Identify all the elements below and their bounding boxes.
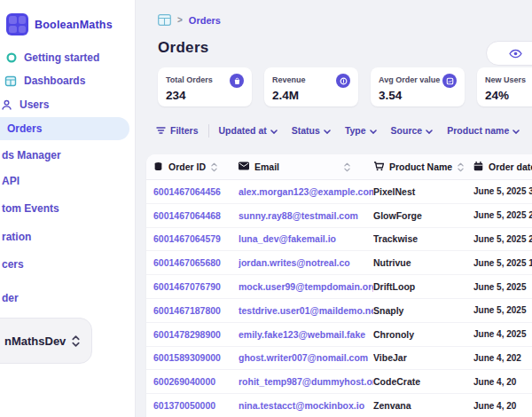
filter-dropdown-label: Status <box>292 125 320 136</box>
table-row[interactable]: 6001467187800testdrive.user01@maildemo.n… <box>146 299 532 323</box>
dashboard-grid-icon[interactable] <box>158 14 171 26</box>
cell-order-date: June 5, 2025 1 <box>473 258 532 268</box>
column-label: Order date <box>489 161 532 172</box>
cell-order-id[interactable]: 6001589309000 <box>153 352 239 363</box>
sidebar-item-label: ration <box>2 231 31 243</box>
sort-icon[interactable] <box>458 162 464 172</box>
sidebar-item-dashboards[interactable]: Dashboards <box>0 69 135 92</box>
workspace-label: nMathsDev <box>4 334 66 348</box>
eye-icon <box>509 49 522 59</box>
table-row[interactable]: 6001467064468sunny.ray88@testmail.comGlo… <box>146 204 532 228</box>
cell-order-date: June 5, 2025 2:4 <box>473 210 532 220</box>
cell-order-date: June 4, 20 <box>473 377 532 387</box>
table-row[interactable]: 601370050000nina.testacct@mockinbox.ioZe… <box>146 394 532 417</box>
cell-product-name: DriftLoop <box>373 281 473 292</box>
filter-dropdown-source[interactable]: Source <box>391 125 434 136</box>
cell-product-name: GlowForge <box>373 210 473 221</box>
column-header-email[interactable]: Email <box>239 161 373 172</box>
cell-product-name: Snaply <box>373 305 473 316</box>
cell-email[interactable]: ghost.writer007@nomail.com <box>239 352 373 363</box>
column-header-order-id[interactable]: Order ID <box>153 161 239 173</box>
filter-dropdown-status[interactable]: Status <box>292 125 331 136</box>
cell-email[interactable]: mock.user99@tempdomain.org <box>239 281 373 292</box>
cell-email[interactable]: testdrive.user01@maildemo.net <box>239 305 373 316</box>
cell-product-name: VibeJar <box>373 352 473 363</box>
cell-email[interactable]: emily.fake123@webmail.fake <box>239 329 373 340</box>
filters-label: Filters <box>170 125 199 136</box>
stat-card-top: Avg Order value <box>379 74 457 88</box>
cell-order-id[interactable]: 6001467076790 <box>153 281 239 292</box>
cart-icon <box>373 161 384 173</box>
filter-dropdown-type[interactable]: Type <box>345 125 377 136</box>
filter-dropdown-updated-at[interactable]: Updated at <box>219 125 278 136</box>
stat-value: 24% <box>485 89 532 102</box>
cell-order-id[interactable]: 6001478298900 <box>153 329 239 340</box>
column-header-order-date[interactable]: Order date <box>473 161 532 173</box>
table-row[interactable]: 6001478298900emily.fake123@webmail.fakeC… <box>146 323 532 347</box>
cell-order-id[interactable]: 6001467064579 <box>153 233 239 244</box>
avg-order-stat-icon <box>442 74 457 88</box>
column-header-product-name[interactable]: Product Name <box>373 161 473 173</box>
sidebar-item-api[interactable]: API <box>0 169 135 193</box>
cell-order-date: June 4, 202 <box>473 353 532 363</box>
sidebar-item-orders[interactable]: Orders <box>0 117 129 140</box>
stats-row: Total Orders234Revenue2.4MAvg Order valu… <box>158 67 532 106</box>
table-row[interactable]: 6001467064456alex.morgan123@example.comP… <box>146 180 532 204</box>
app-window: BooleanMaths Getting startedDashboardsUs… <box>0 0 532 417</box>
cell-email[interactable]: sunny.ray88@testmail.com <box>239 210 373 221</box>
table-row[interactable]: 6001589309000ghost.writer007@nomail.comV… <box>146 347 532 371</box>
visibility-button[interactable] <box>486 41 532 66</box>
cell-order-id[interactable]: 600269040000 <box>153 376 239 387</box>
workspace-selector[interactable]: nMathsDev <box>0 318 92 364</box>
sidebar-item-tom-events[interactable]: tom Events <box>0 197 135 220</box>
filter-dropdown-label: Source <box>391 125 423 136</box>
table-row[interactable]: 6001467064579luna_dev@fakemail.ioTrackwi… <box>146 228 532 252</box>
breadcrumb: > Orders <box>135 0 532 26</box>
cell-email[interactable]: rohit_temp987@dummyhost.org <box>239 376 373 387</box>
column-label: Product Name <box>389 161 452 172</box>
sort-icon[interactable] <box>211 162 217 172</box>
sidebar-item-label: tom Events <box>2 202 59 215</box>
filters-button[interactable]: Filters <box>156 125 199 136</box>
sidebar-item-label: Dashboards <box>24 75 85 87</box>
cell-email[interactable]: luna_dev@fakemail.io <box>239 233 373 244</box>
filter-dropdown-label: Type <box>345 125 366 136</box>
cell-product-name: PixelNest <box>373 186 473 197</box>
orders-table: Order IDEmailProduct NameOrder date 6001… <box>146 154 532 417</box>
cell-email[interactable]: jordan.writes@notreal.co <box>239 257 373 268</box>
cell-order-id[interactable]: 601370050000 <box>153 400 239 411</box>
filter-dropdown-product-name[interactable]: Product name <box>447 125 520 136</box>
filter-dropdowns: Updated atStatusTypeSourceProduct name <box>219 125 532 136</box>
sidebar-item-users[interactable]: Users <box>0 93 135 116</box>
sidebar-item-getting-started[interactable]: Getting started <box>0 46 135 69</box>
brand-name: BooleanMaths <box>35 19 113 31</box>
breadcrumb-separator: > <box>177 15 183 25</box>
table-row[interactable]: 6001467076790mock.user99@tempdomain.orgD… <box>146 275 532 299</box>
cell-order-id[interactable]: 6001467064468 <box>153 210 239 221</box>
chevron-down-icon <box>324 125 331 136</box>
breadcrumb-current[interactable]: Orders <box>189 15 221 26</box>
sidebar-item-ds-manager[interactable]: ds Manager <box>0 144 135 167</box>
stat-card-new-users: New Users24% <box>477 67 532 106</box>
database-icon <box>153 161 163 173</box>
cell-order-id[interactable]: 6001467187800 <box>153 305 239 316</box>
sidebar-item-ration[interactable]: ration <box>0 225 135 248</box>
cell-email[interactable]: alex.morgan123@example.com <box>239 186 373 197</box>
chevron-down-icon <box>426 125 433 136</box>
table-row[interactable]: 600269040000rohit_temp987@dummyhost.orgC… <box>146 370 532 394</box>
stat-card-top: Total Orders <box>166 74 244 88</box>
filter-funnel-icon <box>156 126 166 135</box>
table-row[interactable]: 6001467065680jordan.writes@notreal.coNut… <box>146 251 532 275</box>
sidebar-item-cers[interactable]: cers <box>0 253 135 276</box>
cell-product-name: Zenvana <box>373 400 473 411</box>
cell-order-id[interactable]: 6001467065680 <box>153 257 239 268</box>
stat-card-revenue: Revenue2.4M <box>264 67 358 106</box>
filter-dropdown-label: Product name <box>447 125 509 136</box>
sort-icon[interactable] <box>344 162 350 172</box>
cell-order-id[interactable]: 6001467064456 <box>153 186 239 197</box>
chevron-up-down-icon[interactable] <box>71 334 81 348</box>
divider <box>208 124 209 138</box>
cell-order-date: June 5, 2025 2: <box>473 234 532 244</box>
cell-email[interactable]: nina.testacct@mockinbox.io <box>239 400 373 411</box>
sidebar-item-der[interactable]: der <box>0 287 135 310</box>
